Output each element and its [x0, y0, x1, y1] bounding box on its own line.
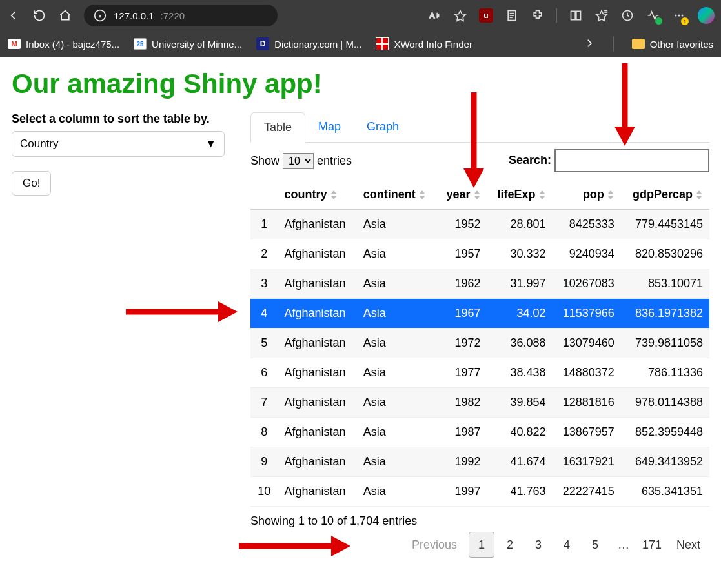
col-continent[interactable]: continent	[357, 180, 437, 210]
home-icon[interactable]	[58, 8, 72, 23]
table-row[interactable]: 3AfghanistanAsia196231.99710267083853.10…	[250, 269, 709, 299]
bookmarks-bar: M Inbox (4) - bajcz475... 25 University …	[0, 31, 721, 57]
col-index[interactable]	[250, 180, 278, 210]
length-menu: Show 10 entries	[250, 153, 352, 169]
cell-country: Afghanistan	[278, 239, 357, 269]
page-171[interactable]: 171	[639, 532, 665, 558]
bookmark-gmail[interactable]: M Inbox (4) - bajcz475...	[8, 39, 119, 50]
cell-pop: 8425333	[553, 210, 621, 239]
cell-year: 1992	[437, 447, 487, 477]
cell-idx: 3	[250, 269, 278, 299]
bookmark-label: Inbox (4) - bajcz475...	[26, 39, 119, 50]
cell-year: 1987	[437, 418, 487, 447]
sort-icon	[330, 190, 338, 199]
cell-gdpPercap: 820.8530296	[621, 239, 709, 269]
svg-rect-9	[571, 11, 576, 19]
tabset: Table Map Graph	[250, 112, 709, 143]
tab-graph[interactable]: Graph	[354, 112, 412, 142]
table-row[interactable]: 9AfghanistanAsia199241.67416317921649.34…	[250, 447, 709, 477]
performance-icon[interactable]	[646, 8, 660, 23]
cell-idx: 2	[250, 239, 278, 269]
extensions-icon[interactable]	[531, 8, 545, 23]
cell-country: Afghanistan	[278, 329, 357, 358]
cell-idx: 8	[250, 418, 278, 447]
read-aloud-icon[interactable]: A	[427, 8, 442, 23]
gcal-icon: 25	[134, 38, 147, 50]
cell-lifeExp: 30.332	[487, 239, 553, 269]
col-pop[interactable]: pop	[553, 180, 621, 210]
page-2[interactable]: 2	[497, 532, 523, 558]
star-icon[interactable]	[453, 8, 467, 23]
table-row[interactable]: 10AfghanistanAsia199741.76322227415635.3…	[250, 477, 709, 507]
table-row[interactable]: 5AfghanistanAsia197236.08813079460739.98…	[250, 329, 709, 358]
ublock-icon[interactable]: u	[479, 8, 493, 23]
page-5[interactable]: 5	[582, 532, 608, 558]
col-lifeexp[interactable]: lifeExp	[487, 180, 553, 210]
svg-point-16	[678, 15, 680, 17]
cell-idx: 10	[250, 477, 278, 507]
table-info: Showing 1 to 10 of 1,704 entries	[250, 514, 709, 528]
col-gdppercap[interactable]: gdpPercap	[621, 180, 709, 210]
cell-year: 1977	[437, 358, 487, 388]
bookmark-label: Dictionary.com | M...	[274, 39, 361, 50]
sort-icon	[695, 190, 703, 199]
back-icon[interactable]	[6, 8, 21, 23]
cell-year: 1967	[437, 299, 487, 329]
sort-icon	[538, 190, 546, 199]
address-bar[interactable]: 127.0.0.1:7220	[84, 5, 278, 26]
bookmark-dictionary[interactable]: D Dictionary.com | M...	[256, 37, 361, 50]
col-year[interactable]: year	[437, 180, 487, 210]
sort-icon	[418, 190, 426, 199]
table-row[interactable]: 8AfghanistanAsia198740.82213867957852.39…	[250, 418, 709, 447]
col-country[interactable]: country	[278, 180, 357, 210]
address-port: :7220	[161, 10, 185, 21]
page-3[interactable]: 3	[525, 532, 551, 558]
table-row[interactable]: 4AfghanistanAsia196734.0211537966836.197…	[250, 299, 709, 329]
show-label: Show	[250, 154, 279, 167]
search-label: Search:	[509, 154, 551, 167]
other-favorites-folder[interactable]: Other favorites	[632, 39, 713, 50]
page-previous[interactable]: Previous	[403, 532, 466, 558]
xword-icon	[376, 37, 389, 50]
favorites-icon[interactable]	[594, 8, 609, 23]
search-input[interactable]	[554, 149, 709, 172]
pagination: Previous 12345…171 Next	[250, 532, 709, 558]
site-info-icon[interactable]	[93, 8, 107, 23]
split-screen-icon[interactable]	[569, 8, 583, 23]
copilot-icon[interactable]	[698, 7, 715, 24]
more-icon[interactable]: 1	[672, 8, 686, 23]
cell-pop: 10267083	[553, 269, 621, 299]
page-icon[interactable]	[505, 8, 519, 23]
svg-rect-10	[576, 11, 581, 19]
tab-map[interactable]: Map	[305, 112, 354, 142]
go-button[interactable]: Go!	[12, 171, 51, 196]
cell-country: Afghanistan	[278, 269, 357, 299]
page-1[interactable]: 1	[469, 532, 494, 558]
table-row[interactable]: 7AfghanistanAsia198239.85412881816978.01…	[250, 388, 709, 418]
cell-pop: 22227415	[553, 477, 621, 507]
length-select[interactable]: 10	[283, 153, 314, 169]
page-next[interactable]: Next	[667, 532, 709, 558]
bookmark-umn[interactable]: 25 University of Minne...	[134, 38, 242, 50]
page-4[interactable]: 4	[554, 532, 580, 558]
cell-continent: Asia	[357, 239, 437, 269]
sidebar: Select a column to sort the table by. Co…	[12, 112, 231, 558]
cell-lifeExp: 41.763	[487, 477, 553, 507]
chevron-right-icon[interactable]	[584, 37, 595, 51]
cell-continent: Asia	[357, 447, 437, 477]
svg-point-15	[675, 15, 677, 17]
table-row[interactable]: 1AfghanistanAsia195228.8018425333779.445…	[250, 210, 709, 239]
table-row[interactable]: 6AfghanistanAsia197738.43814880372786.11…	[250, 358, 709, 388]
cell-lifeExp: 40.822	[487, 418, 553, 447]
tab-table[interactable]: Table	[250, 112, 305, 143]
column-select[interactable]: Country ▼	[12, 131, 225, 157]
refresh-icon[interactable]	[32, 8, 46, 23]
bookmark-xword[interactable]: XWord Info Finder	[376, 37, 472, 50]
table-row[interactable]: 2AfghanistanAsia195730.3329240934820.853…	[250, 239, 709, 269]
folder-icon	[632, 39, 645, 49]
history-icon[interactable]	[620, 8, 635, 23]
page-ellipsis: …	[611, 532, 636, 558]
cell-lifeExp: 41.674	[487, 447, 553, 477]
search-wrap: Search:	[509, 149, 709, 172]
cell-country: Afghanistan	[278, 358, 357, 388]
